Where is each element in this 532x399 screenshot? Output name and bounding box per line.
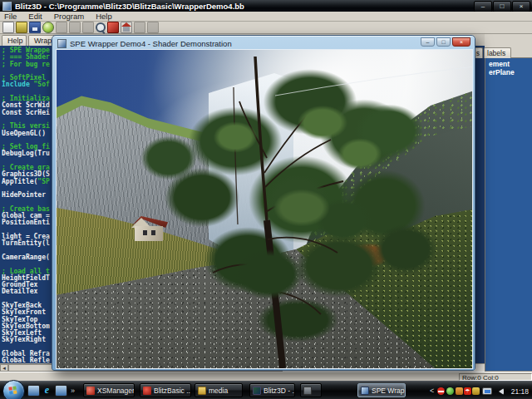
ide-title: Blitz3D - C:\Programme\Blitz3D\BlitzBasi… — [15, 2, 244, 11]
clock: 21:18 — [511, 387, 529, 396]
toolbar — [0, 22, 532, 34]
home-icon[interactable] — [121, 22, 132, 33]
ide-window-controls: – □ × — [474, 1, 530, 12]
demo-window[interactable]: SPE Wrapper Demo4 - Shader Demonstration… — [52, 35, 475, 371]
start-button[interactable] — [2, 380, 25, 399]
foliage-blob — [206, 116, 264, 158]
idea-icon[interactable] — [42, 22, 54, 33]
power-line — [275, 66, 472, 96]
demo-titlebar[interactable]: SPE Wrapper Demo4 - Shader Demonstration… — [55, 37, 472, 49]
label-item[interactable]: ement — [489, 60, 532, 68]
foliage-blob — [331, 133, 389, 175]
debug-icon[interactable] — [107, 22, 119, 33]
close-button[interactable]: × — [512, 1, 530, 12]
tab-labels[interactable]: labels — [484, 47, 511, 58]
taskbar: e » XSManagerBlitzBasic ...mediaBlitz3D … — [0, 381, 532, 399]
taskbar-button-spe-wrap[interactable]: SPE Wrap... — [357, 383, 406, 397]
folder-icon — [198, 387, 206, 395]
maximize-button[interactable]: □ — [493, 1, 511, 12]
new-icon[interactable] — [2, 22, 14, 33]
tray-chevron[interactable]: < — [430, 387, 434, 395]
statusbar: Row:0 Col:0 — [0, 372, 532, 381]
taskbar-button-xsmanager[interactable]: XSManager — [83, 383, 135, 397]
save-icon[interactable] — [29, 22, 41, 33]
demo-title: SPE Wrapper Demo4 - Shader Demonstration — [70, 39, 232, 48]
blitz3d-icon — [253, 387, 261, 395]
no-entry-icon[interactable] — [437, 387, 445, 395]
foliage-blob — [223, 241, 314, 308]
spe-icon — [361, 387, 369, 395]
menubar: FileEditProgramHelp — [0, 12, 532, 22]
menu-item-file[interactable]: File — [4, 12, 17, 21]
ide-titlebar[interactable]: Blitz3D - C:\Programme\Blitz3D\BlitzBasi… — [0, 0, 532, 12]
folder-orange-icon[interactable] — [456, 387, 463, 395]
paste-icon[interactable] — [82, 22, 94, 33]
menu-item-program[interactable]: Program — [54, 12, 84, 21]
extra1-icon[interactable] — [134, 22, 145, 33]
open-icon[interactable] — [16, 22, 27, 33]
cut-icon[interactable] — [56, 22, 67, 33]
row-col-indicator: Row:0 Col:0 — [459, 373, 532, 381]
update-yellow-icon[interactable] — [472, 387, 480, 395]
window-icon — [303, 387, 312, 395]
blitzbasic-icon — [143, 387, 151, 395]
scroll-left-arrow-icon[interactable]: ◄ — [0, 364, 8, 372]
demo-minimize-button[interactable]: – — [421, 37, 435, 47]
render-viewport[interactable] — [56, 49, 473, 369]
xsmanager-icon — [86, 387, 95, 395]
quicklaunch-overflow-chevron[interactable]: » — [71, 387, 75, 395]
find-icon[interactable] — [96, 22, 106, 32]
avira-icon[interactable]: ☂ — [464, 387, 471, 395]
show-desktop-icon[interactable] — [27, 385, 40, 397]
extra2-icon[interactable] — [147, 22, 159, 33]
taskbar-button-media[interactable]: media — [195, 383, 243, 397]
taskbar-button-blitz3d[interactable]: Blitz3D - ... — [249, 383, 295, 397]
menu-item-edit[interactable]: Edit — [28, 12, 42, 21]
right-pane: ementerPlane — [485, 34, 532, 372]
labels-list[interactable]: ementerPlane — [485, 57, 532, 372]
tab-help[interactable]: Help — [2, 35, 27, 46]
status-green-icon[interactable] — [446, 387, 454, 395]
demo-window-controls: – □ × — [421, 37, 470, 47]
demo-window-icon — [57, 39, 66, 48]
label-item[interactable]: erPlane — [489, 68, 532, 76]
blitz3d-app-icon — [2, 2, 12, 11]
demo-maximize-button[interactable]: □ — [436, 37, 451, 47]
windows-flag-icon — [8, 386, 17, 395]
network-icon[interactable] — [482, 387, 492, 395]
demo-close-button[interactable]: × — [452, 37, 470, 47]
media-player-icon[interactable] — [55, 385, 67, 397]
copy-icon[interactable] — [69, 22, 81, 33]
minimize-button[interactable]: – — [474, 1, 492, 12]
taskbar-button-window[interactable] — [300, 383, 322, 397]
taskbar-button-blitzbasic[interactable]: BlitzBasic ... — [140, 383, 191, 397]
volume-icon[interactable] — [495, 388, 504, 395]
internet-explorer-icon[interactable]: e — [42, 385, 52, 395]
foliage-blob — [264, 183, 339, 233]
menu-item-help[interactable]: Help — [96, 12, 112, 21]
